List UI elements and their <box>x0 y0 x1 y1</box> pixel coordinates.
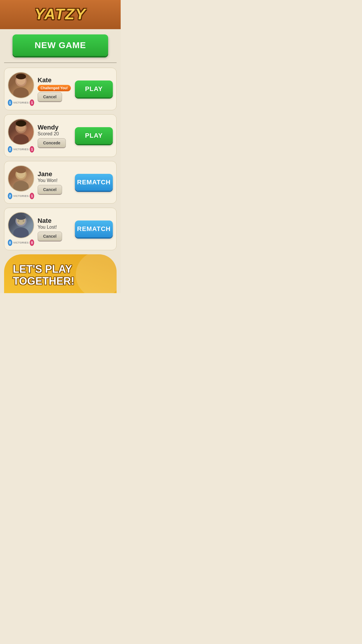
cancel-button-kate[interactable]: Cancel <box>38 92 62 102</box>
player-card-jane: 2 VICTORIES 1 Jane You Won! Cancel REMAT… <box>4 161 117 204</box>
svg-point-15 <box>16 215 26 220</box>
rematch-button-nate[interactable]: REMATCH <box>75 220 113 237</box>
player-card-nate: 0 VICTORIES 0 Nate You Lost! Cancel REMA… <box>4 208 117 250</box>
player-cards-container: 1 VICTORIES 1 Kate Challenged You! Cance… <box>4 68 117 250</box>
player-name-nate: Nate <box>38 217 71 225</box>
avatar-wendy <box>8 119 34 145</box>
bottom-banner: LET'S PLAY TOGETHER! <box>4 254 117 293</box>
player-status-jane: You Won! <box>38 178 71 183</box>
new-game-button[interactable]: NEW GAME <box>13 34 108 56</box>
victories-row-nate: 0 VICTORIES 0 <box>8 239 34 246</box>
main-content: NEW GAME 1 VICTORIES 1 Kate Challenged Y… <box>0 29 121 293</box>
svg-point-11 <box>16 168 26 173</box>
svg-point-13 <box>13 228 29 238</box>
banner-text: LET'S PLAY TOGETHER! <box>13 263 108 287</box>
player-name-jane: Jane <box>38 170 71 178</box>
cancel-button-nate[interactable]: Cancel <box>38 232 62 241</box>
victories-row-kate: 1 VICTORIES 1 <box>8 99 34 106</box>
victories-row-wendy: 2 VICTORIES 1 <box>8 146 34 153</box>
svg-point-9 <box>13 181 29 191</box>
rematch-button-jane[interactable]: REMATCH <box>75 174 113 191</box>
player-info-wendy: Wendy Scored 20 Concede <box>38 124 71 148</box>
player-info-kate: Kate Challenged You! Cancel <box>38 76 71 102</box>
victories-label-jane: VICTORIES <box>13 195 29 197</box>
player-status-wendy: Scored 20 <box>38 131 71 136</box>
play-button-kate[interactable]: PLAY <box>75 80 113 97</box>
app-title: YATZY <box>0 5 121 23</box>
avatar-wrapper-jane: 2 VICTORIES 1 <box>8 165 34 199</box>
player-card-kate: 1 VICTORIES 1 Kate Challenged You! Cance… <box>4 68 117 110</box>
svg-point-3 <box>16 74 26 79</box>
challenge-badge: Challenged You! <box>38 85 71 91</box>
divider <box>4 62 117 63</box>
avatar-wrapper-nate: 0 VICTORIES 0 <box>8 212 34 246</box>
player-name-wendy: Wendy <box>38 124 71 131</box>
avatar-kate <box>8 72 34 98</box>
concede-button-wendy[interactable]: Concede <box>38 138 66 148</box>
avatar-wrapper-kate: 1 VICTORIES 1 <box>8 72 34 106</box>
victory-badge-you-wendy: 2 <box>8 146 12 153</box>
victory-badge-them-jane: 1 <box>30 193 34 199</box>
victory-badge-you-kate: 1 <box>8 99 12 106</box>
svg-point-5 <box>13 134 29 144</box>
victory-badge-them-wendy: 1 <box>30 146 34 153</box>
svg-point-16 <box>18 220 20 222</box>
player-card-wendy: 2 VICTORIES 1 Wendy Scored 20 Concede PL… <box>4 114 117 157</box>
victories-label-kate: VICTORIES <box>13 101 29 104</box>
player-info-jane: Jane You Won! Cancel <box>38 170 71 194</box>
player-name-kate: Kate <box>38 76 71 84</box>
avatar-nate <box>8 212 34 238</box>
victory-badge-you-nate: 0 <box>8 239 12 246</box>
player-status-nate: You Lost! <box>38 225 71 230</box>
svg-point-1 <box>13 88 29 98</box>
avatar-wrapper-wendy: 2 VICTORIES 1 <box>8 119 34 153</box>
victories-label-nate: VICTORIES <box>13 241 29 244</box>
player-info-nate: Nate You Lost! Cancel <box>38 217 71 241</box>
header: YATZY <box>0 0 121 29</box>
victories-row-jane: 2 VICTORIES 1 <box>8 193 34 199</box>
avatar-jane <box>8 165 34 192</box>
cancel-button-jane[interactable]: Cancel <box>38 185 62 194</box>
victory-badge-them-nate: 0 <box>30 239 34 246</box>
victories-label-wendy: VICTORIES <box>13 148 29 151</box>
victory-badge-you-jane: 2 <box>8 193 12 199</box>
svg-point-17 <box>23 220 24 222</box>
victory-badge-them-kate: 1 <box>30 99 34 106</box>
play-button-wendy[interactable]: PLAY <box>75 127 113 144</box>
svg-point-7 <box>16 120 26 127</box>
